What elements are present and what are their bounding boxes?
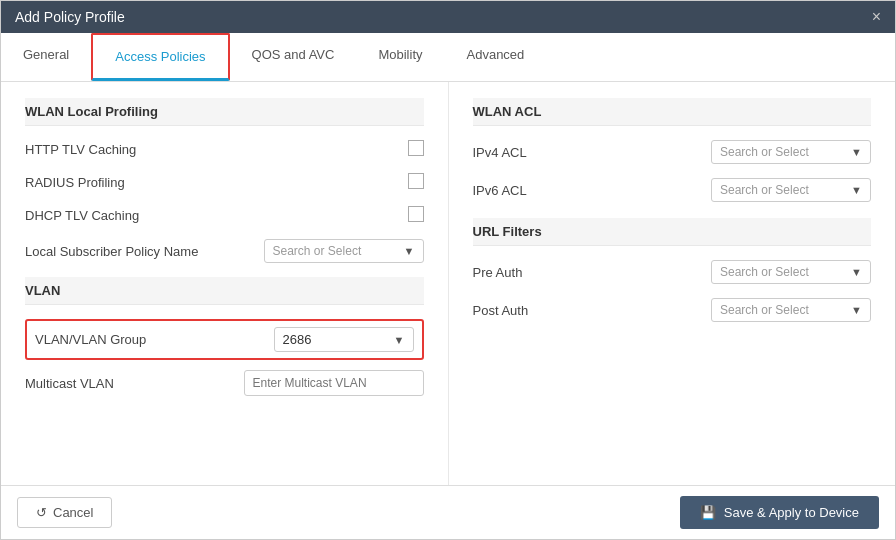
pre-auth-label: Pre Auth <box>473 265 712 280</box>
http-tlv-checkbox[interactable] <box>408 140 424 159</box>
ipv6-acl-label: IPv6 ACL <box>473 183 712 198</box>
modal-header: Add Policy Profile × <box>1 1 895 33</box>
cancel-undo-icon: ↺ <box>36 505 47 520</box>
pre-auth-arrow-icon: ▼ <box>851 266 862 278</box>
vlan-group-value: 2686 <box>283 332 312 347</box>
post-auth-arrow-icon: ▼ <box>851 304 862 316</box>
save-disk-icon: 💾 <box>700 505 716 520</box>
post-auth-label: Post Auth <box>473 303 712 318</box>
url-filters-title: URL Filters <box>473 218 872 246</box>
vlan-section: VLAN VLAN/VLAN Group 2686 ▼ Multicast VL… <box>25 277 424 396</box>
tab-mobility[interactable]: Mobility <box>356 33 444 81</box>
multicast-vlan-label: Multicast VLAN <box>25 376 244 391</box>
tab-advanced[interactable]: Advanced <box>445 33 547 81</box>
modal-footer: ↺ Cancel 💾 Save & Apply to Device <box>1 485 895 539</box>
pre-auth-row: Pre Auth Search or Select ▼ <box>473 260 872 284</box>
ipv6-acl-select[interactable]: Search or Select ▼ <box>711 178 871 202</box>
post-auth-row: Post Auth Search or Select ▼ <box>473 298 872 322</box>
vlan-group-row: VLAN/VLAN Group 2686 ▼ <box>25 319 424 360</box>
multicast-vlan-input[interactable] <box>244 370 424 396</box>
vlan-group-label: VLAN/VLAN Group <box>35 332 274 347</box>
local-sub-select[interactable]: Search or Select ▼ <box>264 239 424 263</box>
radius-row: RADIUS Profiling <box>25 173 424 192</box>
http-tlv-label: HTTP TLV Caching <box>25 142 408 157</box>
dhcp-tlv-row: DHCP TLV Caching <box>25 206 424 225</box>
multicast-vlan-row: Multicast VLAN <box>25 370 424 396</box>
http-tlv-row: HTTP TLV Caching <box>25 140 424 159</box>
right-panel: WLAN ACL IPv4 ACL Search or Select ▼ IPv… <box>449 82 896 485</box>
local-sub-row: Local Subscriber Policy Name Search or S… <box>25 239 424 263</box>
ipv4-acl-arrow-icon: ▼ <box>851 146 862 158</box>
cancel-button[interactable]: ↺ Cancel <box>17 497 112 528</box>
dhcp-tlv-checkbox[interactable] <box>408 206 424 225</box>
tab-general[interactable]: General <box>1 33 91 81</box>
tab-qos-avc[interactable]: QOS and AVC <box>230 33 357 81</box>
pre-auth-select[interactable]: Search or Select ▼ <box>711 260 871 284</box>
left-panel: WLAN Local Profiling HTTP TLV Caching RA… <box>1 82 449 485</box>
tab-content: WLAN Local Profiling HTTP TLV Caching RA… <box>1 82 895 485</box>
radius-checkbox[interactable] <box>408 173 424 192</box>
ipv4-acl-select[interactable]: Search or Select ▼ <box>711 140 871 164</box>
ipv4-acl-row: IPv4 ACL Search or Select ▼ <box>473 140 872 164</box>
tabs-container: General Access Policies QOS and AVC Mobi… <box>1 33 895 82</box>
post-auth-select[interactable]: Search or Select ▼ <box>711 298 871 322</box>
tab-access-policies[interactable]: Access Policies <box>91 33 229 81</box>
ipv6-acl-row: IPv6 ACL Search or Select ▼ <box>473 178 872 202</box>
dhcp-tlv-label: DHCP TLV Caching <box>25 208 408 223</box>
close-button[interactable]: × <box>872 9 881 25</box>
vlan-section-title: VLAN <box>25 277 424 305</box>
vlan-group-arrow-icon: ▼ <box>394 334 405 346</box>
wlan-acl-title: WLAN ACL <box>473 98 872 126</box>
save-apply-button[interactable]: 💾 Save & Apply to Device <box>680 496 879 529</box>
local-sub-arrow-icon: ▼ <box>404 245 415 257</box>
modal-container: Add Policy Profile × General Access Poli… <box>0 0 896 540</box>
vlan-group-select[interactable]: 2686 ▼ <box>274 327 414 352</box>
local-sub-label: Local Subscriber Policy Name <box>25 244 264 259</box>
modal-title: Add Policy Profile <box>15 9 125 25</box>
ipv6-acl-arrow-icon: ▼ <box>851 184 862 196</box>
wlan-local-profiling-title: WLAN Local Profiling <box>25 98 424 126</box>
radius-label: RADIUS Profiling <box>25 175 408 190</box>
ipv4-acl-label: IPv4 ACL <box>473 145 712 160</box>
